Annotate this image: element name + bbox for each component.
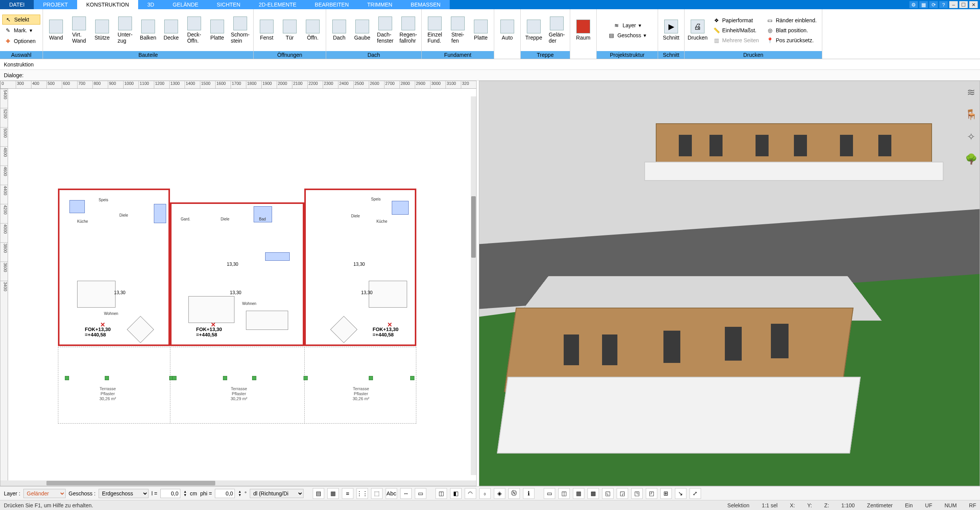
btool-18[interactable]: ▦ (573, 488, 584, 499)
btool-3[interactable]: ≡ (342, 488, 353, 499)
btool-9[interactable]: ◫ (436, 488, 447, 499)
optionen-button[interactable]: ✚Optionen (2, 36, 40, 46)
btool-2[interactable]: ▦ (327, 488, 339, 499)
tab-bemassen[interactable]: BEMASSEN (401, 0, 450, 9)
selekt-button[interactable]: ↖Selekt (2, 15, 40, 25)
btool-5[interactable]: ⬚ (371, 488, 383, 499)
bauteile-btn-7-icon (210, 20, 224, 33)
schnitt-button[interactable]: ▶Schnitt (660, 12, 683, 49)
bauteile-btn-4[interactable]: Balken (137, 12, 160, 49)
title-icon-1[interactable]: ⚙ (909, 1, 918, 8)
title-icon-3[interactable]: ⟳ (929, 1, 938, 8)
mehrere-seiten-button[interactable]: ▥Mehrere Seiten (711, 35, 761, 45)
btool-1[interactable]: ▤ (313, 488, 324, 499)
bauteile-btn-6[interactable]: Deck-Öffn. (183, 12, 206, 49)
btool-15[interactable]: ℹ (523, 488, 535, 499)
btool-10[interactable]: ◧ (450, 488, 462, 499)
dach-btn-1[interactable]: Gaube (351, 12, 374, 49)
bauteile-btn-5[interactable]: Decke (160, 12, 183, 49)
geschoss-dropdown[interactable]: ▤Geschoss ▾ (606, 30, 648, 40)
einheit-button[interactable]: 📏Einheit/Maßst. (711, 25, 761, 35)
layer-dropdown[interactable]: ≋Layer ▾ (611, 20, 643, 30)
tab-trimmen[interactable]: TRIMMEN (358, 0, 401, 9)
oeffnungen-btn-2[interactable]: Öffn. (301, 12, 324, 49)
btool-13[interactable]: ◈ (494, 488, 505, 499)
drucken-button[interactable]: 🖨Drucken (686, 12, 709, 49)
tree-icon[interactable]: 🌳 (965, 152, 978, 166)
fundament-btn-2[interactable]: Platte (469, 12, 492, 49)
papierformat-button[interactable]: ❖Papierformat (711, 15, 761, 25)
dach-btn-2[interactable]: Dach-fenster (374, 12, 397, 49)
oeffnungen-btn-0[interactable]: Fenst (255, 12, 278, 49)
layer-select[interactable]: Geländer (23, 489, 66, 498)
title-icon-2[interactable]: ▦ (919, 1, 928, 8)
btool-n[interactable]: Ⓝ (508, 488, 520, 499)
btool-24[interactable]: ⊞ (660, 488, 672, 499)
group-label-bauteile: Bauteile (43, 51, 253, 59)
btool-abc[interactable]: Abc (386, 488, 397, 499)
dach-btn-3[interactable]: Regen-fallrohr (397, 12, 420, 49)
pos-reset-button[interactable]: 📍Pos zurücksetz. (764, 35, 819, 45)
btool-20[interactable]: ◱ (602, 488, 614, 499)
mark-icon: ✎ (5, 27, 12, 34)
tab-gelaende[interactable]: GELÄNDE (163, 0, 208, 9)
btool-11[interactable]: ◠ (465, 488, 476, 499)
btool-22[interactable]: ◳ (631, 488, 643, 499)
raender-button[interactable]: ▭Ränder einblend. (764, 15, 819, 25)
geschoss-select[interactable]: Erdgeschoss (99, 489, 148, 498)
minimize-button[interactable]: – (949, 1, 958, 8)
bauteile-btn-1[interactable]: Virt.Wand (68, 12, 91, 49)
bauteile-btn-0[interactable]: Wand (45, 12, 68, 49)
tab-bearbeiten[interactable]: BEARBEITEN (305, 0, 358, 9)
mark-button[interactable]: ✎Mark. ▾ (2, 25, 40, 35)
oeffnungen-btn-1[interactable]: Tür (278, 12, 301, 49)
bauteile-btn-7[interactable]: Platte (206, 12, 229, 49)
raum-button[interactable]: Raum (572, 12, 595, 49)
blatt-pos-button[interactable]: ◎Blatt position. (764, 25, 819, 35)
btool-17[interactable]: ◫ (558, 488, 570, 499)
tab-2d-elemente[interactable]: 2D-ELEMENTE (249, 0, 305, 9)
scrollbar-horizontal[interactable] (0, 480, 476, 486)
dach-btn-0[interactable]: Dach (328, 12, 351, 49)
fundament-btn-0[interactable]: EinzelFund. (423, 12, 446, 49)
tab-sichten[interactable]: SICHTEN (208, 0, 249, 9)
btool-12[interactable]: ⬨ (479, 488, 491, 499)
dl-select[interactable]: dl (Richtung/Di (250, 489, 304, 498)
treppe-btn-0-icon (527, 20, 541, 33)
treppe-btn-0[interactable]: Treppe (522, 12, 545, 49)
btool-7[interactable]: ↔ (400, 488, 412, 499)
close-button[interactable]: ✕ (969, 1, 978, 8)
btool-16[interactable]: ▭ (544, 488, 555, 499)
tab-3d[interactable]: 3D (138, 0, 163, 9)
btool-26[interactable]: ⤢ (690, 488, 701, 499)
bauteile-btn-2[interactable]: Stütze (91, 12, 114, 49)
btool-21[interactable]: ◲ (617, 488, 628, 499)
status-bar: Drücken Sie F1, um Hilfe zu erhalten. Se… (0, 500, 980, 510)
phi-input[interactable] (215, 489, 235, 498)
btool-23[interactable]: ◰ (646, 488, 657, 499)
btool-8[interactable]: ▭ (415, 488, 426, 499)
plan-canvas[interactable]: Wohnen Wohnen Diele Diele Diele Speis Sp… (8, 89, 476, 480)
maximize-button[interactable]: ☐ (959, 1, 968, 8)
help-icon[interactable]: ? (939, 1, 948, 8)
auto-btn-0[interactable]: Auto (496, 12, 519, 49)
tab-projekt[interactable]: PROJEKT (34, 0, 77, 9)
btool-19[interactable]: ▩ (587, 488, 599, 499)
tab-konstruktion[interactable]: KONSTRUKTION (77, 0, 138, 9)
group-label-auswahl: Auswahl (0, 51, 43, 59)
l-input[interactable] (160, 489, 180, 498)
floor-icon: ▤ (608, 32, 615, 39)
plan-view-pane[interactable]: 0300400500600700800900100011001200130014… (0, 81, 477, 486)
treppe-btn-1[interactable]: Gelän-der (545, 12, 568, 49)
layers-side-icon[interactable]: ≋ (965, 86, 978, 99)
btool-4[interactable]: ⋮⋮ (356, 488, 368, 499)
tab-datei[interactable]: DATEI (0, 0, 34, 9)
compass-icon[interactable]: ✧ (965, 130, 978, 143)
bauteile-btn-8[interactable]: Schorn-stein (229, 12, 252, 49)
scrollbar-vertical[interactable] (471, 96, 476, 475)
btool-25[interactable]: ↘ (675, 488, 686, 499)
3d-view-pane[interactable]: ≋ 🪑 ✧ 🌳 (479, 81, 980, 486)
fundament-btn-1[interactable]: Strei-fen (446, 12, 469, 49)
chair-icon[interactable]: 🪑 (965, 108, 978, 121)
bauteile-btn-3[interactable]: Unter-zug (114, 12, 137, 49)
